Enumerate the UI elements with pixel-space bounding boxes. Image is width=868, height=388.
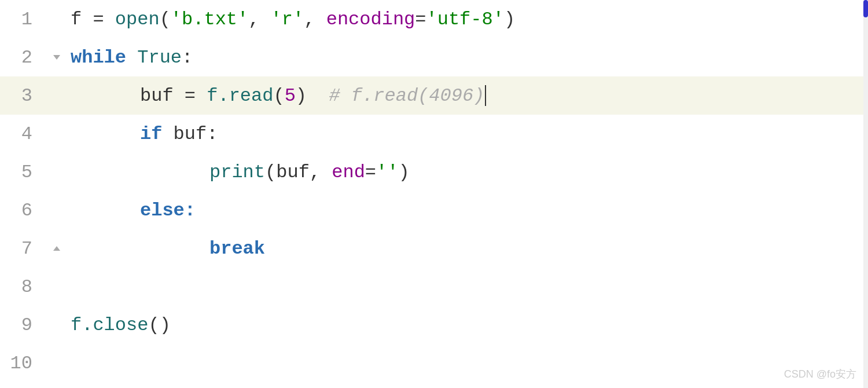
line-content-9[interactable]: f.close() xyxy=(65,314,868,336)
token: f.read xyxy=(207,85,273,107)
token: ) xyxy=(504,9,515,30)
token: , xyxy=(248,9,270,30)
line-number-6: 6 xyxy=(0,200,46,221)
code-line-6: 6else: xyxy=(0,191,868,229)
line-content-4[interactable]: if buf: xyxy=(65,123,868,145)
token xyxy=(307,85,329,107)
token: print xyxy=(209,162,265,183)
token: (buf, xyxy=(265,162,332,183)
token: 'b.txt' xyxy=(171,9,248,30)
line-number-8: 8 xyxy=(0,276,46,298)
token: else: xyxy=(140,200,196,221)
code-line-1: 1f = open('b.txt', 'r', encoding='utf-8'… xyxy=(0,0,868,38)
token: = xyxy=(365,162,376,183)
line-content-5[interactable]: print(buf, end='') xyxy=(65,162,868,183)
token: () xyxy=(148,314,170,336)
line-content-2[interactable]: while True: xyxy=(65,47,868,68)
svg-marker-0 xyxy=(53,55,60,60)
code-line-5: 5print(buf, end='') xyxy=(0,153,868,191)
line-number-10: 10 xyxy=(0,353,46,374)
scrollbar-thumb[interactable] xyxy=(863,0,868,17)
code-container: 1f = open('b.txt', 'r', encoding='utf-8'… xyxy=(0,0,868,388)
token: ( xyxy=(273,85,284,107)
token: ( xyxy=(160,9,171,30)
token: buf: xyxy=(162,123,218,145)
token: ) xyxy=(398,162,409,183)
text-cursor xyxy=(485,85,486,106)
code-line-8: 8 xyxy=(0,268,868,306)
token: buf xyxy=(140,85,174,107)
line-number-7: 7 xyxy=(0,238,46,259)
code-line-3: 3buf = f.read(5) # f.read(4096) xyxy=(0,76,868,115)
code-line-9: 9f.close() xyxy=(0,306,868,344)
token: : xyxy=(182,47,193,68)
token: '' xyxy=(376,162,398,183)
token: ) xyxy=(296,85,307,107)
token: = xyxy=(174,85,207,107)
token: 'r' xyxy=(271,9,304,30)
code-line-10: 10 xyxy=(0,344,868,382)
code-line-7: 7break xyxy=(0,229,868,268)
token: while xyxy=(71,47,126,68)
fold-icon-2[interactable] xyxy=(49,52,65,63)
token: True xyxy=(137,47,182,68)
token: end xyxy=(332,162,365,183)
line-number-2: 2 xyxy=(0,47,46,68)
line-number-1: 1 xyxy=(0,9,46,30)
token: encoding xyxy=(326,9,415,30)
code-editor: 1f = open('b.txt', 'r', encoding='utf-8'… xyxy=(0,0,868,388)
token: f xyxy=(71,9,82,30)
token: 5 xyxy=(285,85,296,107)
code-line-2: 2while True: xyxy=(0,38,868,76)
token: open xyxy=(115,9,160,30)
token: break xyxy=(209,238,265,259)
token xyxy=(126,47,137,68)
line-number-4: 4 xyxy=(0,123,46,145)
token: # f.read(4096) xyxy=(329,85,484,107)
line-content-3[interactable]: buf = f.read(5) # f.read(4096) xyxy=(65,85,868,107)
line-number-9: 9 xyxy=(0,314,46,336)
line-content-6[interactable]: else: xyxy=(65,200,868,221)
line-content-1[interactable]: f = open('b.txt', 'r', encoding='utf-8') xyxy=(65,9,868,30)
line-content-7[interactable]: break xyxy=(65,238,868,259)
token: = xyxy=(415,9,426,30)
token: = xyxy=(82,9,115,30)
svg-marker-1 xyxy=(53,246,60,251)
code-line-4: 4if buf: xyxy=(0,115,868,153)
scrollbar[interactable] xyxy=(863,0,868,388)
watermark: CSDN @fo安方 xyxy=(784,367,856,381)
token: f.close xyxy=(71,314,148,336)
token: if xyxy=(140,123,162,145)
fold-icon-7[interactable] xyxy=(49,243,65,254)
token: 'utf-8' xyxy=(426,9,504,30)
line-number-5: 5 xyxy=(0,162,46,183)
token: , xyxy=(304,9,326,30)
line-number-3: 3 xyxy=(0,85,46,107)
